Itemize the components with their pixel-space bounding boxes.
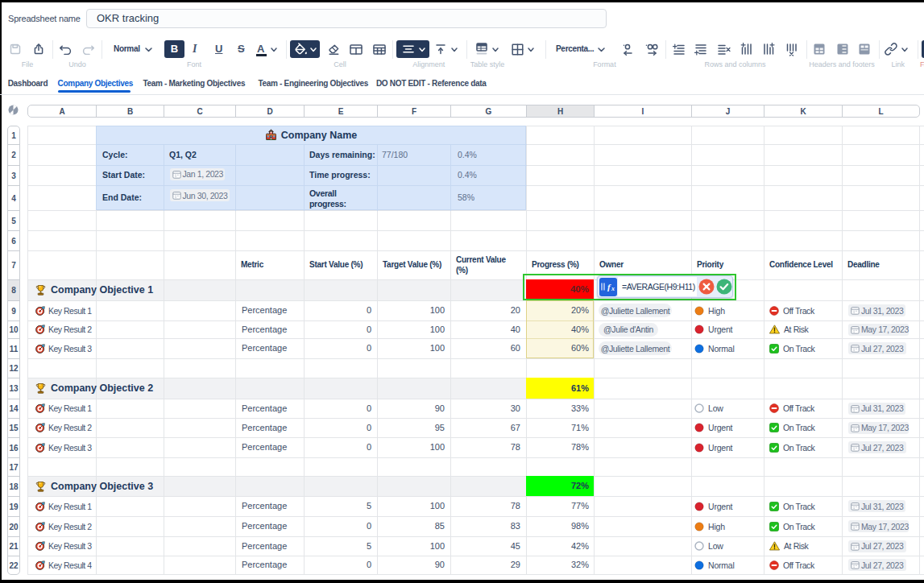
svg-text:x: x	[611, 285, 615, 292]
